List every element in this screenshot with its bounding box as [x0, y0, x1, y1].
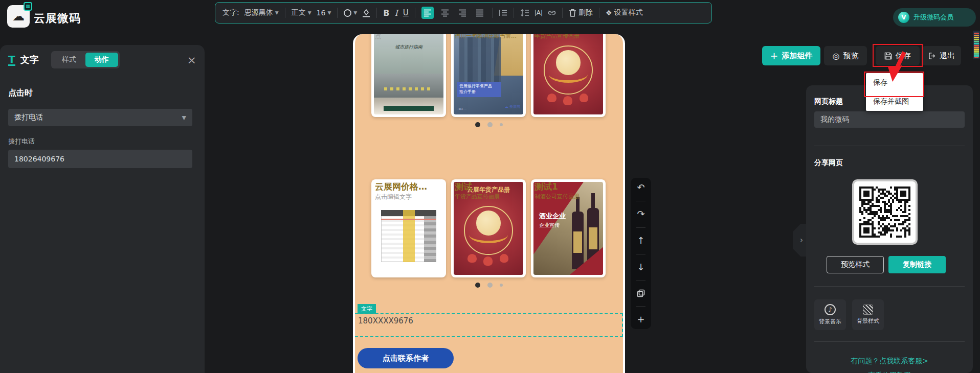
preview-button[interactable]: ◎ 预览 [824, 46, 867, 65]
contact-author-button[interactable]: 点击联系作者 [358, 348, 454, 368]
paragraph-style-select[interactable]: 正文▼ [292, 8, 311, 17]
card-wine-test1[interactable]: 酒业企业 企业宣传 测试1 制酒公司宣传画册 [531, 179, 606, 277]
browser-extension-widget[interactable] [973, 31, 980, 59]
carousel-dot[interactable] [487, 283, 493, 288]
upgrade-membership-button[interactable]: V 升级微码会员 [893, 8, 976, 27]
style-diamond-icon: ❖ [606, 9, 612, 17]
background-music-button[interactable]: ♪ 背景音乐 [814, 299, 846, 330]
page-title-label: 网页标题 [814, 97, 843, 106]
exit-button[interactable]: 退出 [922, 46, 961, 65]
letter-spacing-button[interactable]: |A| [534, 9, 543, 16]
newyear-poster-image: 云展年货产品册 ······ [533, 34, 603, 114]
font-family-select[interactable]: 思源黑体▼ [244, 8, 279, 17]
highlight-color-button[interactable] [362, 9, 370, 17]
divider [562, 8, 563, 18]
card-bank-test[interactable]: 云展银行零售产品推介手册 ···534 ····· ☁ 云展网 测试 借用一句歌… [451, 34, 526, 117]
panel-tabs: 样式 动作 [51, 51, 120, 68]
carousel-dots [355, 283, 623, 288]
tab-style[interactable]: 样式 [53, 53, 85, 67]
align-center-button[interactable] [439, 7, 451, 19]
line-height-button[interactable] [520, 9, 529, 17]
italic-button[interactable]: I [394, 8, 397, 18]
qr-badge-icon: ▦ [24, 2, 32, 11]
chevron-down-icon: ▼ [327, 10, 331, 15]
panel-title: 文字 [20, 54, 39, 66]
bank-poster-image: 云展银行零售产品推介手册 ···534 ····· ☁ 云展网 [454, 34, 523, 114]
carousel-dot[interactable] [500, 123, 503, 126]
divider [636, 254, 645, 254]
tab-action[interactable]: 动作 [85, 53, 118, 67]
divider [636, 227, 645, 228]
add-component-button[interactable]: + 添加组件 [762, 46, 820, 65]
menu-item-save-screenshot[interactable]: 保存并截图 [866, 92, 923, 111]
card-subtitle: 年货产品宣传画册 [534, 34, 580, 40]
align-left-button[interactable] [421, 7, 434, 19]
bold-button[interactable]: B [383, 8, 389, 18]
carousel-dot[interactable] [475, 283, 480, 288]
delete-button[interactable]: 删除 [569, 8, 593, 17]
carousel-dot[interactable] [500, 284, 503, 287]
redo-icon[interactable]: ↷ [631, 209, 651, 219]
underline-button[interactable]: U [403, 8, 409, 17]
text-format-toolbar: 文字: 思源黑体▼ 正文▼ 16▼ ▼ B I U |A| 删 [215, 2, 712, 24]
link-icon [548, 9, 556, 17]
card-123[interactable]: 云展年货产品册 ······ 123 年货产品宣传画册 [531, 34, 606, 117]
card-newyear-test[interactable]: 云展年货产品册 ······ 测试 年货产品宣传画册 [451, 179, 526, 277]
text-label: 文字: [222, 8, 239, 17]
selected-text-value[interactable]: 180XXXX9676 [358, 316, 413, 325]
indent-icon [499, 9, 507, 17]
text-type-icon: T [8, 54, 15, 66]
share-label: 分享网页 [814, 158, 843, 168]
carousel-dot[interactable] [475, 122, 480, 127]
duplicate-icon[interactable] [631, 289, 651, 297]
contact-support-link[interactable]: 有问题？点我联系客服> [806, 357, 973, 366]
phone-input[interactable] [8, 150, 192, 168]
indent-button[interactable] [499, 9, 507, 17]
menu-item-save[interactable]: 保存 [866, 73, 923, 92]
divider [599, 8, 599, 18]
align-right-button[interactable] [456, 7, 469, 19]
card-price-table[interactable]: 云展网价格… 点击编辑文字 [371, 179, 446, 277]
tutorial-link[interactable]: 查看使用教程 [806, 371, 973, 373]
canvas-content: 城市旅行指南 ····· 城市旅游特… 点 云展银行零售产品推介手册 ···53… [355, 34, 623, 373]
trash-icon [569, 9, 576, 17]
page-title-input[interactable] [814, 111, 965, 128]
font-size-select[interactable]: 16▼ [317, 9, 331, 17]
plus-icon: + [770, 50, 778, 61]
divider [814, 286, 965, 287]
card-subtitle: 点 [375, 34, 381, 41]
divider [636, 281, 645, 281]
save-dropdown-menu: 保存 保存并截图 [866, 73, 923, 111]
cloud-logo-icon: ☁ [12, 9, 25, 24]
close-icon[interactable]: × [187, 54, 196, 66]
card-city-travel[interactable]: 城市旅行指南 ····· 城市旅游特… 点 [371, 34, 446, 117]
card-title: 测试 [455, 181, 523, 193]
pattern-swatch-icon [863, 305, 873, 315]
fill-color-icon [362, 9, 370, 17]
carousel-dot[interactable] [487, 122, 493, 127]
undo-icon[interactable]: ↶ [631, 183, 651, 192]
divider [636, 306, 645, 307]
divider [376, 8, 377, 18]
app-title: 云展微码 [34, 11, 81, 26]
move-down-icon[interactable]: ↓ [631, 263, 651, 272]
card-title: 测试1 [534, 181, 603, 193]
click-action-select[interactable]: 拨打电话 ▼ [8, 109, 192, 126]
text-color-select[interactable]: ▼ [344, 9, 357, 17]
copy-link-button[interactable]: 复制链接 [888, 256, 946, 273]
add-element-icon[interactable]: + [631, 315, 651, 324]
move-up-icon[interactable]: ↑ [631, 236, 651, 245]
card-subtitle: 年货产品宣传画册 [455, 193, 500, 200]
align-center-icon [441, 9, 449, 17]
save-button[interactable]: 保存 [876, 46, 920, 65]
text-settings-panel: T 文字 样式 动作 × 点击时 拨打电话 ▼ 拨打电话 [0, 45, 205, 373]
preview-style-button[interactable]: 预览样式 [827, 256, 884, 273]
city-poster-image: 城市旅行指南 ····· [374, 34, 443, 114]
background-style-button[interactable]: 背景样式 [852, 299, 884, 330]
set-style-button[interactable]: ❖ 设置样式 [606, 8, 643, 17]
qr-code-image [859, 186, 910, 238]
align-justify-button[interactable] [474, 7, 486, 19]
divider [636, 201, 645, 201]
link-button[interactable] [548, 9, 556, 17]
page-settings-panel: 网页标题 分享网页 预览样式 复制链接 ♪ 背景音乐 背景样式 有问题？点我联系… [806, 85, 973, 373]
